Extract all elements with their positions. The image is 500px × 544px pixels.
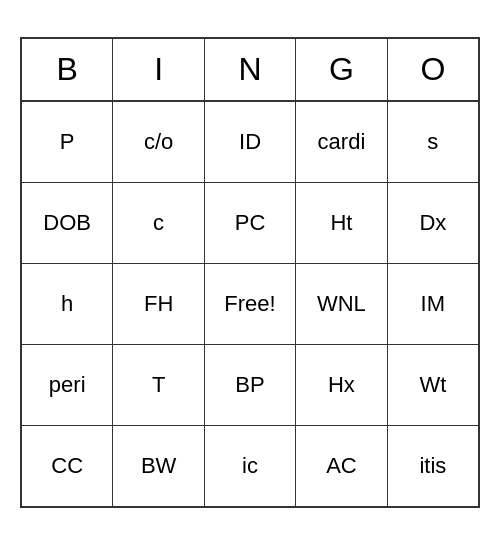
cell-2-1: FH <box>113 264 204 344</box>
header-i: I <box>113 39 204 100</box>
cell-3-1: T <box>113 345 204 425</box>
header-g: G <box>296 39 387 100</box>
table-row: CC BW ic AC itis <box>22 426 478 506</box>
header-o: O <box>388 39 478 100</box>
cell-4-2: ic <box>205 426 296 506</box>
cell-2-4: IM <box>388 264 478 344</box>
cell-4-0: CC <box>22 426 113 506</box>
table-row: h FH Free! WNL IM <box>22 264 478 345</box>
bingo-grid: P c/o ID cardi s DOB c PC Ht Dx h FH Fre… <box>22 102 478 506</box>
bingo-header: B I N G O <box>22 39 478 102</box>
cell-3-2: BP <box>205 345 296 425</box>
table-row: peri T BP Hx Wt <box>22 345 478 426</box>
cell-1-4: Dx <box>388 183 478 263</box>
cell-0-0: P <box>22 102 113 182</box>
cell-4-4: itis <box>388 426 478 506</box>
table-row: P c/o ID cardi s <box>22 102 478 183</box>
header-b: B <box>22 39 113 100</box>
cell-1-1: c <box>113 183 204 263</box>
cell-0-1: c/o <box>113 102 204 182</box>
cell-1-2: PC <box>205 183 296 263</box>
cell-1-3: Ht <box>296 183 387 263</box>
table-row: DOB c PC Ht Dx <box>22 183 478 264</box>
cell-0-3: cardi <box>296 102 387 182</box>
bingo-card: B I N G O P c/o ID cardi s DOB c PC Ht D… <box>20 37 480 508</box>
cell-1-0: DOB <box>22 183 113 263</box>
cell-4-3: AC <box>296 426 387 506</box>
header-n: N <box>205 39 296 100</box>
cell-2-0: h <box>22 264 113 344</box>
cell-2-3: WNL <box>296 264 387 344</box>
cell-0-4: s <box>388 102 478 182</box>
cell-4-1: BW <box>113 426 204 506</box>
cell-2-2: Free! <box>205 264 296 344</box>
cell-3-4: Wt <box>388 345 478 425</box>
cell-3-0: peri <box>22 345 113 425</box>
cell-3-3: Hx <box>296 345 387 425</box>
cell-0-2: ID <box>205 102 296 182</box>
